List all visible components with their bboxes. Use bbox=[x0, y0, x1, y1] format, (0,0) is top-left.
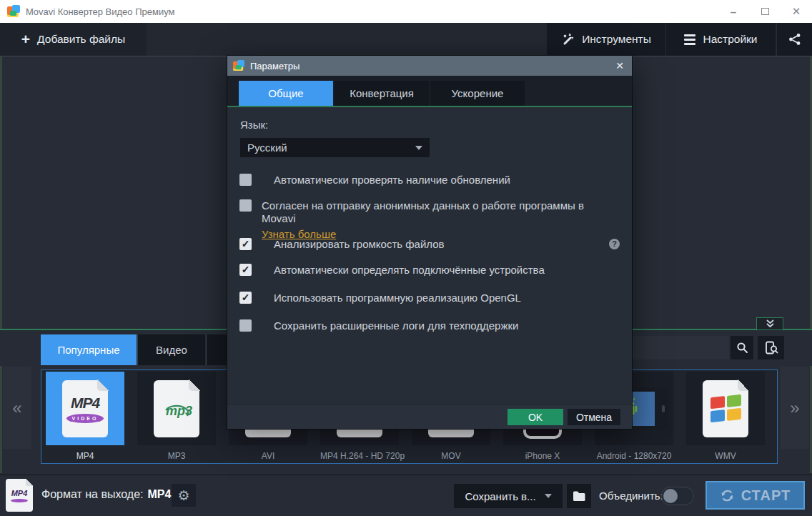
checkbox-row-extended-logs[interactable]: Сохранить расширенные логи для техподдер… bbox=[239, 319, 603, 332]
cancel-button[interactable]: Отмена bbox=[568, 409, 620, 425]
dialog-title: Параметры bbox=[250, 61, 299, 71]
preset-label: Android - 1280x720 bbox=[595, 451, 673, 461]
checkbox-row-analyze-volume[interactable]: ✓ Анализировать громкость файлов bbox=[239, 238, 603, 251]
format-settings-button[interactable]: ⚙ bbox=[172, 484, 196, 507]
checkbox-row-opengl[interactable]: ✓ Использовать программную реализацию Op… bbox=[239, 292, 603, 304]
preset-label: MP4 bbox=[46, 451, 124, 461]
scroll-right-button[interactable]: » bbox=[781, 367, 809, 449]
checkbox-box-1[interactable] bbox=[239, 199, 252, 212]
search-button[interactable] bbox=[731, 336, 753, 359]
save-to-dropdown[interactable]: Сохранить в... bbox=[454, 484, 563, 508]
wmv-file-icon bbox=[703, 380, 748, 437]
menu-icon bbox=[684, 34, 695, 45]
double-chevron-down-icon bbox=[766, 319, 775, 328]
maximize-button[interactable] bbox=[749, 0, 781, 23]
preset-label: AVI bbox=[229, 451, 307, 461]
share-button[interactable] bbox=[776, 23, 812, 56]
dialog-tab-1[interactable]: Конвертация bbox=[335, 81, 429, 106]
magic-wand-icon bbox=[561, 33, 575, 46]
dialog-body: Язык: Русский Автоматически проверять на… bbox=[227, 107, 632, 405]
open-folder-button[interactable] bbox=[567, 484, 591, 508]
dialog-close-button[interactable]: ✕ bbox=[608, 56, 632, 76]
checkbox-box-0[interactable] bbox=[239, 174, 252, 186]
output-format-value: MP4 bbox=[148, 488, 172, 500]
window-title: Movavi Конвертер Видео Премиум bbox=[26, 6, 174, 17]
gear-icon: ⚙ bbox=[177, 487, 189, 504]
merge-label: Объединить: bbox=[599, 490, 663, 502]
device-search-button[interactable] bbox=[758, 336, 784, 359]
ok-button[interactable]: OK bbox=[508, 409, 563, 425]
preset-tab-0[interactable]: Популярные bbox=[41, 334, 137, 365]
maximize-icon bbox=[761, 8, 769, 15]
app-logo-icon bbox=[7, 5, 20, 18]
preset-label: MP3 bbox=[137, 451, 216, 461]
share-icon bbox=[788, 33, 801, 46]
windows-flag-icon bbox=[710, 395, 741, 423]
chevron-down-icon bbox=[545, 494, 552, 498]
language-select[interactable]: Русский bbox=[240, 138, 430, 157]
tools-button[interactable]: Инструменты bbox=[547, 23, 665, 56]
checkbox-box-2[interactable]: ✓ bbox=[239, 238, 252, 250]
search-icon bbox=[736, 342, 748, 354]
drop-edge-left bbox=[0, 56, 2, 473]
folder-icon bbox=[573, 490, 586, 502]
window-titlebar: Movavi Конвертер Видео Премиум bbox=[0, 0, 812, 23]
add-files-button[interactable]: + Добавить файлы bbox=[0, 23, 147, 56]
preset-label: MP4 H.264 - HD 720p bbox=[320, 451, 399, 461]
device-search-icon bbox=[764, 341, 778, 355]
start-button[interactable]: СТАРТ bbox=[705, 481, 805, 510]
mp3-file-icon: mp3 bbox=[154, 380, 199, 437]
preset-card-0[interactable]: MP4 VIDEO MP4 bbox=[46, 372, 124, 461]
preset-tab-1[interactable]: Видео bbox=[137, 334, 205, 365]
convert-sync-icon bbox=[720, 488, 735, 503]
checkbox-row-detect-devices[interactable]: ✓ Автоматически определять подключённые … bbox=[239, 264, 603, 277]
close-window-button[interactable]: ✕ bbox=[781, 0, 812, 23]
output-format-icon: MP4 bbox=[6, 479, 33, 512]
merge-toggle[interactable] bbox=[661, 487, 694, 505]
language-value: Русский bbox=[247, 142, 287, 154]
checkbox-box-4[interactable]: ✓ bbox=[239, 292, 252, 304]
dialog-app-icon bbox=[233, 60, 244, 71]
preset-label: MOV bbox=[412, 451, 490, 461]
checkbox-box-5[interactable] bbox=[239, 319, 252, 332]
checkbox-row-updates[interactable]: Автоматически проверять наличие обновлен… bbox=[239, 174, 603, 187]
language-label: Язык: bbox=[240, 119, 268, 131]
preset-label: iPhone X bbox=[503, 451, 582, 461]
dialog-tab-0[interactable]: Общие bbox=[239, 81, 333, 106]
dialog-tab-2[interactable]: Ускорение bbox=[430, 81, 525, 106]
dialog-footer: OK Отмена bbox=[227, 405, 632, 429]
checkbox-row-anonymous-data[interactable]: Согласен на отправку анонимных данных о … bbox=[239, 199, 603, 241]
svg-text:mp3: mp3 bbox=[166, 404, 192, 418]
preset-card-7[interactable]: WMV bbox=[686, 372, 765, 461]
checkbox-box-3[interactable]: ✓ bbox=[239, 264, 252, 276]
preset-card-1[interactable]: mp3 MP3 bbox=[137, 372, 216, 461]
help-icon[interactable]: ? bbox=[609, 239, 620, 249]
chevron-down-icon bbox=[415, 146, 422, 150]
settings-dialog: Параметры ✕ Общие Конвертация Ускорение … bbox=[227, 56, 632, 429]
bottom-bar: MP4 Формат на выходе:MP4 ⚙ Сохранить в..… bbox=[0, 475, 812, 516]
dialog-titlebar: Параметры ✕ bbox=[227, 56, 632, 76]
mp4-file-icon: MP4 VIDEO bbox=[62, 380, 108, 437]
dialog-tabbar: Общие Конвертация Ускорение bbox=[227, 76, 632, 106]
close-icon: ✕ bbox=[615, 60, 624, 71]
collapse-presets-button[interactable] bbox=[756, 317, 783, 329]
settings-button[interactable]: Настройки bbox=[665, 23, 776, 56]
scroll-left-button[interactable]: « bbox=[3, 367, 31, 449]
preset-label: WMV bbox=[686, 451, 765, 461]
output-format-text: Формат на выходе:MP4 bbox=[41, 488, 171, 501]
plus-icon: + bbox=[21, 31, 30, 46]
minimize-button[interactable]: – bbox=[718, 0, 749, 23]
